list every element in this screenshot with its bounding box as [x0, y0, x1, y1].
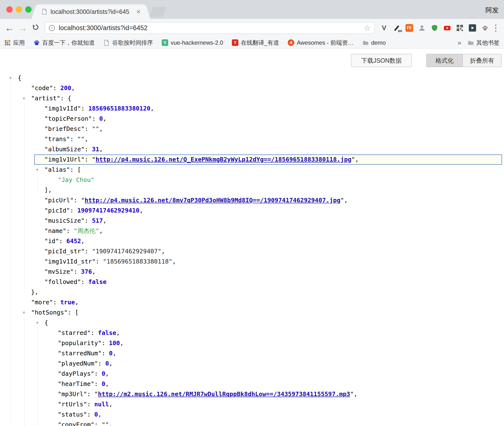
json-token: 517 [92, 217, 103, 224]
json-key: "picId" [44, 207, 70, 214]
new-tab-button[interactable] [149, 7, 167, 17]
fe-extension-icon[interactable]: FE [404, 23, 415, 33]
json-line: "id": 6452, [18, 236, 504, 246]
json-token: , [120, 340, 124, 347]
json-token: 200 [60, 85, 71, 92]
browser-menu-icon[interactable]: ⋮ [490, 23, 501, 33]
profile-name[interactable]: 阿发 [486, 6, 499, 15]
url-input[interactable] [59, 24, 364, 32]
close-window-button[interactable] [6, 6, 13, 13]
bookmark-apps[interactable]: 应用 [4, 39, 25, 47]
bookmark-demo[interactable]: demo [362, 39, 386, 46]
bookmark-youdao-translate[interactable]: Y 在线翻译_有道 [232, 39, 279, 47]
json-token: 0 [94, 411, 98, 418]
player-extension-icon[interactable] [467, 23, 478, 33]
json-token: " [340, 197, 344, 204]
json-token: 0 [99, 115, 103, 122]
json-line: "trans": "", [18, 134, 504, 144]
v-extension-icon[interactable]: V [379, 23, 389, 33]
zoom-window-button[interactable] [25, 6, 32, 13]
profile-person-icon[interactable] [417, 23, 427, 33]
bookmark-baidu[interactable]: 百度一下，你就知道 [34, 39, 95, 47]
json-line: "popularity": 100, [18, 338, 504, 348]
json-url-link[interactable]: http://p4.music.126.net/Q_ExePNkmgB2yWyL… [96, 156, 352, 163]
json-token: 31 [92, 146, 99, 153]
json-key: "more" [31, 299, 53, 306]
reload-icon[interactable] [29, 23, 42, 33]
json-token: 19097417462929410 [77, 207, 139, 214]
forward-icon: → [16, 23, 29, 33]
youtube-extension-icon[interactable] [442, 23, 453, 33]
json-key: "img1v1Id_str" [44, 258, 96, 265]
json-token: "" [92, 125, 99, 132]
json-line: "picUrl": "http://p4.music.126.net/8mv7q… [18, 195, 504, 205]
json-token: : [92, 115, 99, 122]
json-token: : [87, 391, 94, 398]
json-token: , [116, 329, 120, 336]
json-token: 0 [102, 370, 105, 377]
address-bar[interactable]: i ☆ [45, 22, 375, 34]
json-key: "mp3Url" [58, 391, 87, 398]
json-token: : [70, 166, 77, 173]
json-key: "followed" [44, 278, 81, 285]
shield-extension-icon[interactable] [429, 23, 440, 33]
tab-title: localhost:3000/artists?id=645 [50, 8, 133, 15]
json-line: ▼"alias": [ [18, 165, 504, 175]
json-token: : [102, 340, 109, 347]
json-line: "briefDesc": "", [18, 124, 504, 134]
json-token: : [53, 85, 60, 92]
collapse-toggle-icon[interactable]: ▼ [36, 318, 38, 328]
paw-extension-icon[interactable] [480, 23, 490, 33]
json-token: , [75, 299, 79, 306]
json-token: , [99, 146, 103, 153]
json-line: ▼"artist": { [18, 93, 504, 103]
site-info-icon[interactable]: i [49, 25, 55, 31]
json-token: , [109, 360, 113, 367]
json-token: : [85, 248, 92, 255]
json-token: "" [102, 421, 109, 426]
json-url-link[interactable]: http://p4.music.126.net/8mv7qP30Pd3oHW8b… [85, 197, 341, 204]
bookmarks-overflow-icon[interactable]: » [457, 39, 461, 47]
minimize-window-button[interactable] [16, 6, 22, 13]
json-key: "albumSize" [44, 146, 85, 153]
json-token: 376 [81, 268, 92, 275]
json-token: 6452 [66, 238, 81, 245]
json-token: , [99, 227, 103, 234]
json-token: , [99, 125, 103, 132]
json-token: , [92, 268, 96, 275]
json-token: : [94, 421, 102, 426]
json-token: , [151, 105, 154, 112]
translate-extension-icon[interactable]: en [391, 23, 402, 33]
json-line: "img1v1Id": 18569651883380120, [18, 103, 504, 114]
back-icon[interactable]: ← [3, 23, 16, 33]
json-token: , [105, 370, 109, 377]
json-token: { [18, 74, 21, 81]
collapse-toggle-icon[interactable]: ▼ [36, 165, 38, 175]
tab-close-icon[interactable]: × [136, 8, 141, 15]
apps-grid-icon [4, 40, 11, 46]
json-key: "picId_str" [44, 248, 85, 255]
page-icon [41, 9, 48, 15]
json-url-link[interactable]: http://m2.music.126.net/RMJR7wDullRqppBk… [98, 391, 350, 398]
browser-tab[interactable]: localhost:3000/artists?id=645 × [37, 4, 145, 19]
json-token: : [85, 146, 92, 153]
collapse-toggle-icon[interactable]: ▼ [23, 307, 25, 318]
collapse-toggle-icon[interactable]: ▼ [9, 73, 12, 83]
json-token: , [81, 238, 85, 245]
bookmark-awesomes[interactable]: A Awesomes - 前端资… [288, 39, 353, 47]
other-bookmarks[interactable]: 其他书签 [468, 39, 500, 47]
json-key: "topicPerson" [44, 115, 92, 122]
json-line: ▼{ [18, 318, 504, 328]
qr-code-icon[interactable] [454, 23, 465, 33]
json-token: , [109, 421, 113, 426]
json-token: : [70, 207, 77, 214]
bookmark-vue-hackernews[interactable]: V vue-hackernews-2.0 [162, 39, 223, 46]
json-token: false [98, 329, 116, 336]
bookmark-star-icon[interactable]: ☆ [364, 23, 371, 33]
json-token: : [96, 258, 103, 265]
collapse-toggle-icon[interactable]: ▼ [23, 93, 25, 103]
json-token: : [98, 360, 105, 367]
json-key: "mvSize" [44, 268, 74, 275]
json-token: false [88, 278, 107, 285]
bookmark-google-sort[interactable]: 谷歌按时间排序 [103, 39, 153, 47]
